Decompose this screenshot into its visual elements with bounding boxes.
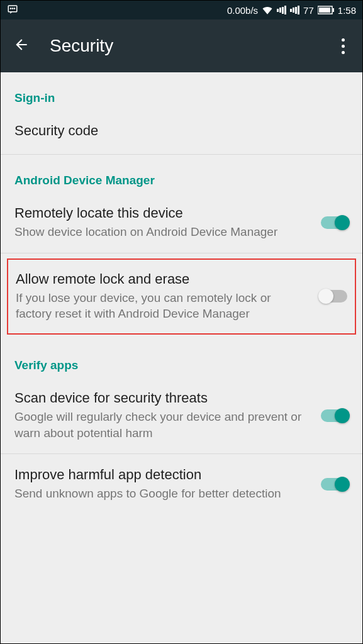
setting-title: Remotely locate this device <box>14 205 311 221</box>
battery-percent: 77 <box>303 5 314 16</box>
section-header-verify: Verify apps <box>1 340 362 377</box>
toggle-scan-threats[interactable] <box>321 409 349 422</box>
setting-description: Send unknown apps to Google for better d… <box>14 486 311 502</box>
app-bar: Security <box>1 19 362 72</box>
status-bar: 0.00b/s 77 1:58 <box>1 1 362 19</box>
svg-rect-5 <box>319 8 330 13</box>
setting-title: Allow remote lock and erase <box>16 271 310 287</box>
svg-point-2 <box>12 8 13 8</box>
section-header-signin: Sign-in <box>1 72 362 110</box>
setting-title: Scan device for security threats <box>14 390 311 406</box>
setting-title: Improve harmful app detection <box>14 467 311 483</box>
setting-description: If you lose your device, you can remotel… <box>16 290 310 322</box>
settings-list: Sign-in Security code Android Device Man… <box>1 72 362 514</box>
highlighted-setting: Allow remote lock and erase If you lose … <box>7 258 356 335</box>
clock: 1:58 <box>338 5 356 16</box>
signal-icon-1 <box>277 6 286 14</box>
setting-remote-locate[interactable]: Remotely locate this device Show device … <box>1 192 362 253</box>
message-icon <box>7 4 18 17</box>
setting-improve-detection[interactable]: Improve harmful app detection Send unkno… <box>1 454 362 514</box>
setting-description: Show device location on Android Device M… <box>14 224 311 240</box>
setting-scan-threats[interactable]: Scan device for security threats Google … <box>1 377 362 454</box>
setting-description: Google will regularly check your device … <box>14 409 311 441</box>
setting-security-code[interactable]: Security code <box>1 110 362 155</box>
toggle-remote-locate[interactable] <box>321 216 349 229</box>
data-rate: 0.00b/s <box>227 5 258 16</box>
back-button[interactable] <box>13 36 30 55</box>
section-header-adm: Android Device Manager <box>1 155 362 192</box>
battery-icon <box>318 6 334 14</box>
setting-title: Security code <box>14 123 349 139</box>
svg-point-1 <box>10 8 11 8</box>
wifi-icon <box>262 6 273 14</box>
more-options-button[interactable] <box>337 33 350 59</box>
svg-rect-6 <box>333 8 334 12</box>
page-title: Security <box>50 36 316 56</box>
toggle-remote-lock-erase[interactable] <box>320 290 347 303</box>
setting-remote-lock-erase[interactable]: Allow remote lock and erase If you lose … <box>8 260 355 333</box>
toggle-improve-detection[interactable] <box>321 478 349 491</box>
svg-point-3 <box>14 8 14 8</box>
signal-icon-2 <box>290 6 299 14</box>
